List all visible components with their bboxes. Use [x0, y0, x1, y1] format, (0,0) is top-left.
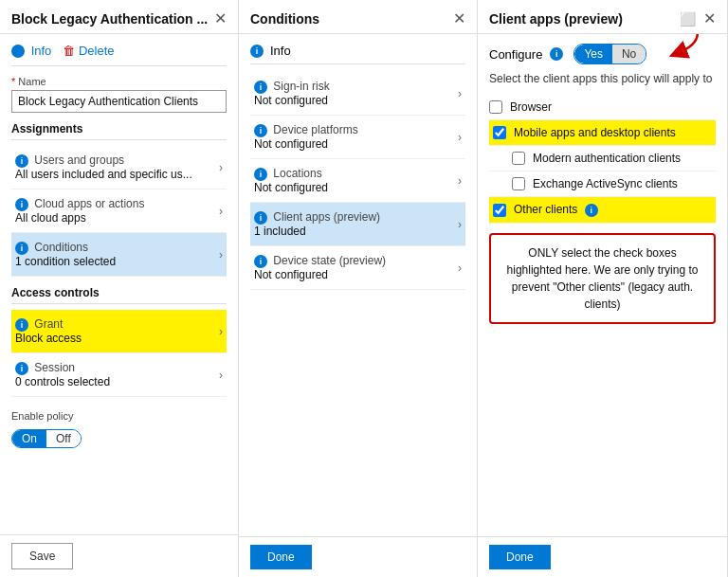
- device-platforms-info-icon: i: [254, 124, 267, 137]
- configure-row: Configure i Yes No: [489, 44, 716, 64]
- left-panel: Block Legacy Authentication ... ✕ i Info…: [0, 0, 239, 577]
- red-arrow-icon: [649, 34, 706, 61]
- tooltip-box: ONLY select the check boxes highlighted …: [489, 233, 716, 324]
- right-panel: Client apps (preview) ⬜ ✕ Configure i Ye…: [478, 0, 728, 577]
- right-done-button[interactable]: Done: [489, 545, 551, 569]
- name-input[interactable]: [11, 90, 227, 113]
- cloud-info-icon: i: [15, 198, 28, 211]
- grant-value: Block access: [15, 332, 219, 345]
- grant-item[interactable]: i Grant Block access ›: [11, 310, 227, 353]
- locations-value: Not configured: [254, 181, 458, 194]
- mid-panel-header: Conditions ✕: [239, 0, 477, 34]
- conditions-item[interactable]: i Conditions 1 condition selected ›: [11, 233, 227, 277]
- other-clients-checkbox[interactable]: [493, 204, 506, 217]
- client-apps-value: 1 included: [254, 225, 458, 238]
- description-text: Select the client apps this policy will …: [489, 72, 716, 85]
- left-panel-header: Block Legacy Authentication ... ✕: [0, 0, 238, 34]
- enable-policy-group: Enable policy On Off: [11, 410, 227, 448]
- mid-panel-footer: Done: [239, 536, 477, 577]
- client-apps-chevron-icon: ›: [458, 218, 462, 231]
- device-state-chevron-icon: ›: [458, 261, 462, 275]
- tooltip-text: ONLY select the check boxes highlighted …: [500, 244, 704, 313]
- assignments-title: Assignments: [11, 122, 227, 140]
- session-chevron-icon: ›: [219, 369, 223, 382]
- locations-chevron-icon: ›: [458, 174, 462, 188]
- left-panel-title: Block Legacy Authentication ...: [11, 11, 208, 27]
- sign-in-value: Not configured: [254, 94, 458, 107]
- device-platforms-value: Not configured: [254, 137, 458, 151]
- users-chevron-icon: ›: [219, 161, 223, 174]
- delete-button[interactable]: 🗑 Delete: [63, 44, 114, 58]
- browser-checkbox-row: Browser: [489, 95, 716, 120]
- device-platforms-item[interactable]: i Device platforms Not configured ›: [250, 116, 465, 159]
- device-state-item[interactable]: i Device state (preview) Not configured …: [250, 246, 465, 290]
- mobile-checkbox[interactable]: [493, 126, 506, 139]
- session-info-icon: i: [15, 362, 28, 375]
- grant-chevron-icon: ›: [219, 325, 223, 338]
- left-panel-body: i Info 🗑 Delete * Name Assignments i Use…: [0, 34, 238, 534]
- users-info-icon: i: [15, 154, 28, 168]
- exchange-checkbox-row: Exchange ActiveSync clients: [489, 171, 716, 197]
- toggle-off-option[interactable]: Off: [46, 430, 81, 447]
- cloud-apps-item[interactable]: i Cloud apps or actions All cloud apps ›: [11, 189, 227, 233]
- right-panel-body: Configure i Yes No Select the client app…: [478, 34, 727, 536]
- mid-info-section: i Info: [250, 44, 465, 64]
- exchange-checkbox[interactable]: [512, 177, 525, 190]
- mobile-label: Mobile apps and desktop clients: [514, 126, 676, 139]
- right-panel-title: Client apps (preview): [489, 11, 623, 27]
- exchange-label: Exchange ActiveSync clients: [533, 177, 678, 190]
- other-clients-info-icon: i: [585, 204, 598, 217]
- browser-label: Browser: [510, 100, 552, 114]
- cloud-value: All cloud apps: [15, 211, 219, 225]
- maximize-button[interactable]: ⬜: [680, 11, 696, 27]
- mobile-checkbox-row: Mobile apps and desktop clients: [489, 120, 716, 146]
- name-field-group: * Name: [11, 76, 227, 113]
- client-apps-info-icon: i: [254, 211, 267, 225]
- conditions-info-icon: i: [15, 242, 28, 255]
- mid-done-button[interactable]: Done: [250, 545, 312, 569]
- right-panel-footer: Done: [478, 536, 727, 577]
- save-button[interactable]: Save: [11, 543, 73, 569]
- enable-toggle[interactable]: On Off: [11, 429, 227, 448]
- toggle-on-option[interactable]: On: [12, 430, 46, 447]
- enable-policy-label: Enable policy: [11, 410, 227, 422]
- right-panel-close-button[interactable]: ✕: [703, 9, 716, 27]
- access-controls-title: Access controls: [11, 286, 227, 304]
- mid-panel: Conditions ✕ i Info i Sign-in risk Not c…: [239, 0, 478, 577]
- grant-info-icon: i: [15, 318, 28, 332]
- mid-panel-title: Conditions: [250, 11, 319, 27]
- conditions-value: 1 condition selected: [15, 255, 219, 268]
- users-value: All users included and specific us...: [15, 168, 219, 181]
- info-button[interactable]: i Info: [11, 44, 51, 58]
- mid-panel-close-button[interactable]: ✕: [453, 9, 465, 27]
- browser-checkbox[interactable]: [489, 100, 502, 114]
- client-apps-item[interactable]: i Client apps (preview) 1 included ›: [250, 203, 465, 246]
- mid-info-icon: i: [250, 45, 264, 58]
- right-panel-header: Client apps (preview) ⬜ ✕: [478, 0, 727, 34]
- locations-item[interactable]: i Locations Not configured ›: [250, 159, 465, 203]
- sign-in-risk-item[interactable]: i Sign-in risk Not configured ›: [250, 72, 465, 116]
- required-marker: *: [11, 76, 15, 87]
- session-item[interactable]: i Session 0 controls selected ›: [11, 353, 227, 397]
- configure-toggle[interactable]: Yes No: [573, 44, 646, 64]
- info-icon: i: [11, 45, 25, 58]
- configure-no-option[interactable]: No: [612, 45, 646, 63]
- sign-in-chevron-icon: ›: [458, 87, 462, 100]
- users-groups-item[interactable]: i Users and groups All users included an…: [11, 146, 227, 189]
- conditions-chevron-icon: ›: [219, 248, 223, 261]
- name-label: * Name: [11, 76, 227, 87]
- modern-auth-checkbox[interactable]: [512, 152, 525, 165]
- left-panel-close-button[interactable]: ✕: [214, 9, 227, 27]
- configure-label: Configure: [489, 47, 542, 62]
- configure-yes-option[interactable]: Yes: [574, 45, 612, 63]
- device-state-value: Not configured: [254, 268, 458, 281]
- right-panel-controls: ⬜ ✕: [680, 9, 716, 27]
- device-platforms-chevron-icon: ›: [458, 131, 462, 144]
- locations-info-icon: i: [254, 168, 267, 181]
- modern-auth-label: Modern authentication clients: [533, 152, 681, 165]
- sign-in-info-icon: i: [254, 81, 267, 94]
- enable-toggle-control[interactable]: On Off: [11, 429, 82, 448]
- device-state-info-icon: i: [254, 255, 267, 268]
- modern-auth-checkbox-row: Modern authentication clients: [489, 146, 716, 171]
- info-bar: i Info 🗑 Delete: [11, 44, 227, 66]
